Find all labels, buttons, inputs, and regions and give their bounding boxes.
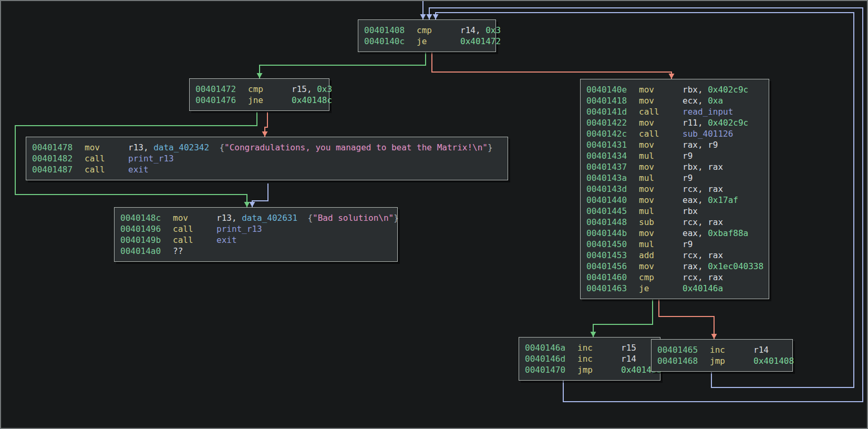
operand-imm: 0x3	[317, 84, 332, 94]
operand-imm: 0x40146a	[683, 283, 723, 293]
operand-reg: rcx, rax	[683, 272, 723, 282]
operand-reg: rax, r9	[683, 140, 718, 150]
operand-reg: rbx,	[683, 85, 708, 95]
instruction-mnemonic: mov	[639, 84, 683, 95]
operand-imm: 0x3	[485, 25, 501, 35]
instruction-line[interactable]: 00401437movrbx, rax	[586, 161, 764, 172]
instruction-mnemonic: mov	[639, 139, 683, 150]
instruction-mnemonic: je	[417, 36, 460, 47]
instruction-mnemonic: mov	[639, 95, 683, 106]
instruction-operands: 0x401408	[753, 356, 794, 366]
operand-reg: rax,	[683, 261, 708, 271]
instruction-mnemonic: jmp	[710, 355, 753, 366]
basic-block-block-401465[interactable]: 00401465incr1400401468jmp0x401408	[651, 339, 793, 372]
operand-imm: 0x402c9c	[708, 85, 748, 95]
instruction-address: 0040141d	[586, 106, 639, 117]
flow-edge-false-edge-401408-false	[432, 53, 671, 79]
instruction-address: 00401422	[586, 117, 639, 128]
instruction-operands: exit	[216, 235, 237, 245]
instruction-line[interactable]: 0040140cje0x401472	[364, 36, 491, 47]
instruction-line[interactable]: 00401496callprint_r13	[120, 223, 393, 234]
instruction-mnemonic: mov	[639, 117, 683, 128]
instruction-operands: sub_401126	[683, 129, 733, 139]
instruction-mnemonic: add	[639, 250, 683, 261]
instruction-line[interactable]: 00401431movrax, r9	[586, 139, 764, 150]
instruction-line[interactable]: 0040143amulr9	[586, 172, 764, 183]
operand-reg: ecx,	[683, 96, 708, 106]
instruction-address: 00401450	[586, 239, 639, 250]
instruction-line[interactable]: 00401440moveax, 0x17af	[586, 195, 764, 206]
operand-string: "Bad solution\n"	[313, 213, 394, 223]
edge-arrowhead	[669, 74, 675, 79]
operand-reg: r13,	[216, 213, 242, 223]
instruction-line[interactable]: 0040142ccallsub_401126	[586, 128, 764, 139]
instruction-operands: read_input	[683, 107, 733, 117]
instruction-address: 0040143d	[586, 183, 639, 195]
flow-edge-true-edge-401408-true	[260, 53, 426, 78]
instruction-mnemonic: call	[85, 164, 128, 175]
instruction-address: 00401476	[195, 95, 248, 106]
instruction-line[interactable]: 00401450mulr9	[586, 239, 764, 250]
instruction-operands: r15, 0x3	[292, 84, 332, 94]
instruction-line[interactable]: 0040146dincr14	[525, 353, 656, 364]
instruction-line[interactable]: 00401456movrax, 0x1ec040338	[586, 261, 764, 272]
instruction-line[interactable]: 00401445mulrbx	[586, 206, 764, 217]
operand-imm: 0x1ec040338	[708, 261, 763, 271]
instruction-address: 00401472	[195, 84, 248, 95]
instruction-line[interactable]: 00401465incr14	[657, 344, 788, 355]
instruction-line[interactable]: 00401472cmpr15, 0x3	[195, 84, 325, 95]
operand-func: sub_401126	[683, 129, 733, 139]
instruction-line[interactable]: 00401487callexit	[32, 164, 503, 175]
instruction-operands: rcx, rax	[683, 184, 723, 194]
instruction-line[interactable]: 00401468jmp0x401408	[657, 355, 788, 366]
operand-reg: r15	[621, 343, 636, 353]
operand-imm: 0x17af	[708, 195, 738, 205]
instruction-address: 00401445	[586, 206, 639, 217]
instruction-operands: r13, data_402342 {"Congradulations, you …	[128, 142, 493, 152]
instruction-operands: r14	[753, 345, 769, 355]
instruction-line[interactable]: 00401482callprint_r13	[32, 153, 503, 164]
instruction-line[interactable]: 00401448subrcx, rax	[586, 217, 764, 228]
operand-brace: }	[488, 142, 493, 152]
instruction-line[interactable]: 0040141dcallread_input	[586, 106, 764, 117]
instruction-line[interactable]: 0040149bcallexit	[120, 234, 393, 246]
instruction-line[interactable]: 00401408cmpr14, 0x3	[364, 25, 491, 36]
operand-imm: 0xa	[708, 96, 723, 106]
basic-block-block-401408[interactable]: 00401408cmpr14, 0x30040140cje0x401472	[358, 19, 496, 52]
edge-arrowhead	[257, 73, 263, 78]
basic-block-block-40146a[interactable]: 0040146aincr150040146dincr1400401470jmp0…	[519, 337, 660, 381]
instruction-line[interactable]: 0040148cmovr13, data_402631 {"Bad soluti…	[120, 212, 393, 223]
instruction-line[interactable]: 00401470jmp0x401408	[525, 364, 656, 375]
basic-block-block-40140e[interactable]: 0040140emovrbx, 0x402c9c00401418movecx, …	[580, 79, 769, 299]
instruction-mnemonic: mov	[639, 161, 683, 172]
instruction-line[interactable]: 00401418movecx, 0xa	[586, 95, 764, 106]
instruction-line[interactable]: 0040140emovrbx, 0x402c9c	[586, 84, 764, 95]
basic-block-block-401472[interactable]: 00401472cmpr15, 0x300401476jne0x40148c	[189, 78, 329, 111]
instruction-line[interactable]: 0040144bmoveax, 0xbaf88a	[586, 228, 764, 239]
instruction-operands: print_r13	[128, 154, 174, 164]
instruction-line[interactable]: 00401422movr11, 0x402c9c	[586, 117, 764, 128]
disassembly-graph-view[interactable]: 00401408cmpr14, 0x30040140cje0x401472004…	[0, 0, 868, 429]
instruction-mnemonic: mul	[639, 206, 683, 217]
instruction-address: 0040149b	[120, 234, 173, 246]
edge-arrowhead	[244, 202, 250, 207]
instruction-mnemonic: ??	[173, 246, 216, 257]
instruction-line[interactable]: 00401478movr13, data_402342 {"Congradula…	[32, 142, 503, 153]
instruction-line[interactable]: 00401463je0x40146a	[586, 283, 764, 294]
instruction-line[interactable]: 0040146aincr15	[525, 342, 656, 353]
instruction-line[interactable]: 00401453addrcx, rax	[586, 250, 764, 261]
instruction-operands: 0x40146a	[683, 283, 723, 293]
instruction-line[interactable]: 00401476jne0x40148c	[195, 95, 325, 106]
basic-block-block-401478[interactable]: 00401478movr13, data_402342 {"Congradula…	[26, 137, 508, 180]
instruction-address: 00401418	[586, 95, 639, 106]
instruction-mnemonic: mov	[85, 142, 128, 153]
instruction-line[interactable]: 00401460cmprcx, rax	[586, 272, 764, 283]
operand-data: data_402342	[153, 142, 209, 152]
instruction-line[interactable]: 004014a0??	[120, 246, 393, 257]
instruction-address: 00401468	[657, 355, 710, 366]
basic-block-block-40148c[interactable]: 0040148cmovr13, data_402631 {"Bad soluti…	[114, 207, 398, 262]
instruction-line[interactable]: 00401434mulr9	[586, 150, 764, 161]
instruction-operands: eax, 0x17af	[683, 195, 738, 205]
instruction-line[interactable]: 0040143dmovrcx, rax	[586, 183, 764, 195]
instruction-mnemonic: jne	[248, 95, 292, 106]
